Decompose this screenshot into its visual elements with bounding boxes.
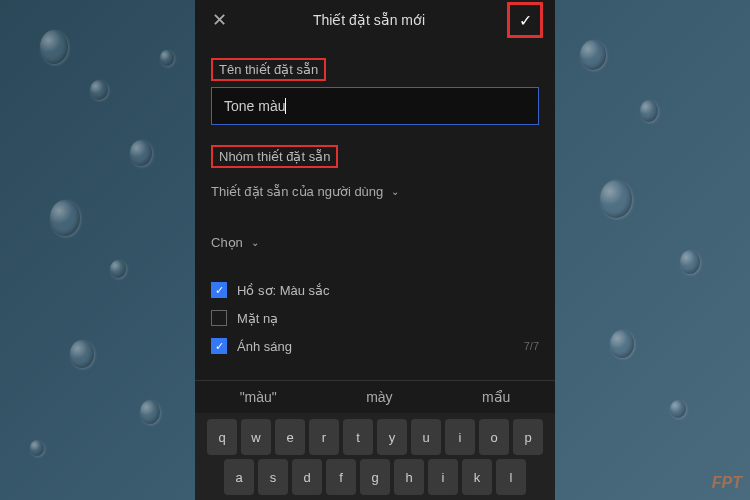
key-s[interactable]: s (258, 459, 288, 495)
key-k[interactable]: k (462, 459, 492, 495)
checkbox-icon[interactable] (211, 310, 227, 326)
page-title: Thiết đặt sẵn mới (313, 12, 425, 28)
preset-name-label: Tên thiết đặt sẵn (211, 58, 326, 81)
suggestion-item[interactable]: mẩu (482, 389, 510, 405)
highlight-confirm: ✓ (507, 2, 543, 38)
confirm-icon[interactable]: ✓ (511, 6, 539, 34)
chevron-down-icon: ⌄ (251, 237, 259, 248)
option-count: 7/7 (524, 340, 539, 352)
key-l[interactable]: l (496, 459, 526, 495)
key-f[interactable]: f (326, 459, 356, 495)
key-a[interactable]: a (224, 459, 254, 495)
chevron-down-icon: ⌄ (391, 186, 399, 197)
input-value: Tone màu (224, 98, 286, 114)
key-y[interactable]: y (377, 419, 407, 455)
key-u[interactable]: u (411, 419, 441, 455)
select-dropdown[interactable]: Chọn ⌄ (211, 225, 539, 260)
key-i[interactable]: i (428, 459, 458, 495)
option-row[interactable]: Mặt nạ (211, 304, 539, 332)
keyboard: qwertyuiopasdfghikl (195, 413, 555, 500)
watermark: FPT (712, 474, 742, 492)
option-label: Mặt nạ (237, 311, 278, 326)
key-r[interactable]: r (309, 419, 339, 455)
form-content: Tên thiết đặt sẵn Tone màu Nhóm thiết đặ… (195, 40, 555, 370)
option-row[interactable]: ✓Hồ sơ: Màu sắc (211, 276, 539, 304)
select-label: Chọn (211, 235, 243, 250)
checkbox-icon[interactable]: ✓ (211, 282, 227, 298)
option-label: Hồ sơ: Màu sắc (237, 283, 330, 298)
keyboard-suggestions: "màu"màymẩu (195, 380, 555, 413)
preset-group-label: Nhóm thiết đặt sẵn (211, 145, 338, 168)
key-p[interactable]: p (513, 419, 543, 455)
checkbox-icon[interactable]: ✓ (211, 338, 227, 354)
close-icon[interactable]: ✕ (207, 9, 231, 31)
key-w[interactable]: w (241, 419, 271, 455)
key-h[interactable]: h (394, 459, 424, 495)
header: ✕ Thiết đặt sẵn mới ✓ (195, 0, 555, 40)
key-e[interactable]: e (275, 419, 305, 455)
key-d[interactable]: d (292, 459, 322, 495)
preset-name-input[interactable]: Tone màu (211, 87, 539, 125)
preset-group-dropdown[interactable]: Thiết đặt sẵn của người dùng ⌄ (211, 174, 539, 209)
key-q[interactable]: q (207, 419, 237, 455)
phone-screen: ✕ Thiết đặt sẵn mới ✓ Tên thiết đặt sẵn … (195, 0, 555, 500)
key-o[interactable]: o (479, 419, 509, 455)
key-i[interactable]: i (445, 419, 475, 455)
key-g[interactable]: g (360, 459, 390, 495)
dropdown-value: Thiết đặt sẵn của người dùng (211, 184, 383, 199)
suggestion-item[interactable]: mày (366, 389, 392, 405)
option-row[interactable]: ✓Ánh sáng7/7 (211, 332, 539, 360)
option-label: Ánh sáng (237, 339, 292, 354)
suggestion-item[interactable]: "màu" (240, 389, 277, 405)
key-t[interactable]: t (343, 419, 373, 455)
